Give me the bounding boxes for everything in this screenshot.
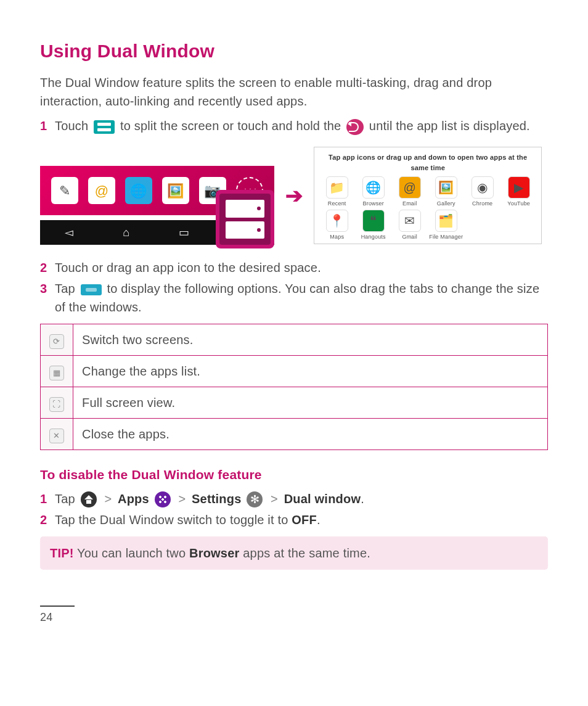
home-icon [81,491,97,507]
dual-window-button-icon [94,120,115,134]
option-icon-cell: ✕ [41,419,73,450]
app-icon: 📍 [326,210,348,232]
d1-apps: Apps [118,492,149,506]
section-title: Using Dual Window [40,37,548,65]
d2-pre: Tap the Dual Window switch to toggle it … [55,513,292,527]
page-footer: 24 [40,601,548,626]
step-3: 3 Tap to display the following options. … [40,279,548,316]
tab-handle-icon [81,284,102,295]
app-picker-item: 🌐Browser [356,176,391,208]
dual-window-highlight-icon [216,190,274,248]
option-icon: ▦ [49,366,64,380]
disable-step-2-number: 2 [40,511,47,529]
app-picker-item: ✉Gmail [392,210,427,242]
sep-3: > [271,492,278,506]
option-icon-cell: ▦ [41,356,73,387]
illustration-row: • ● • ✎ @ 🌐 🖼️ 📷 ◅ ⌂ ▭ ▤ ➔ Tap app icons… [40,146,548,245]
app-picker-item: ◉Chrome [465,176,500,208]
app-picker-item: 🖼️Gallery [428,176,463,208]
tip-box: TIP! You can launch two Browser apps at … [40,536,548,570]
option-desc: Close the apps. [73,419,548,450]
disable-step-1: 1 Tap > Apps > Settings > Dual window. [40,490,548,508]
option-icon: ✕ [49,429,64,443]
app-picker-item: ▶YouTube [501,176,536,208]
app-picker-item: 📍Maps [319,210,354,242]
step-3-number: 3 [40,279,47,298]
d1-settings: Settings [192,492,242,506]
d2-off: OFF [292,513,317,527]
disable-step-1-number: 1 [40,490,47,508]
step-1-pre: Touch [55,119,92,133]
step-2: 2 Touch or drag an app icon to the desir… [40,258,548,277]
sep-1: > [104,492,112,506]
step-3-post: to display the following options. You ca… [55,282,539,314]
step-3-pre: Tap [55,282,79,295]
app-icon: ◉ [472,176,494,199]
app-icon: @ [399,176,421,199]
app-picker-item: 📁Recent [319,176,354,208]
app-picker-item: ❝Hangouts [356,210,391,242]
app-label: Gmail [392,233,427,242]
intro-text: The Dual Window feature splits the scree… [40,73,548,110]
step-2-number: 2 [40,258,47,277]
app-icon: ✉ [399,210,421,232]
option-row: ⟳Switch two screens. [41,324,548,356]
sep-2: > [178,492,186,506]
home-screen-illustration: • ● • ✎ @ 🌐 🖼️ 📷 ◅ ⌂ ▭ ▤ [40,146,274,245]
tip-bold: Browser [189,546,239,560]
dock-email-icon: @ [88,177,115,204]
page-number: 24 [40,611,52,623]
app-label: File Manager [428,233,463,242]
settings-icon [247,491,263,507]
app-label: Browser [356,200,391,208]
step-2-text: Touch or drag an app icon to the desired… [55,261,321,274]
dock-browser-icon: 🌐 [125,177,152,204]
d1-tap: Tap [55,492,79,506]
arrow-right-icon: ➔ [285,180,303,211]
app-icon: 🖼️ [435,176,457,199]
step-1: 1 Touch to split the screen or touch and… [40,117,548,135]
app-picker-item: @Email [392,176,427,208]
app-picker-item: 🗂️File Manager [428,210,463,242]
nav-back-icon: ◅ [65,224,73,241]
app-label: Chrome [465,200,500,208]
disable-step-2: 2 Tap the Dual Window switch to toggle i… [40,511,548,529]
dock-memo-icon: ✎ [51,177,78,204]
option-row: ⛶Full screen view. [41,387,548,419]
option-icon: ⟳ [49,334,64,349]
option-row: ✕Close the apps. [41,419,548,450]
app-icon: ❝ [362,210,385,232]
app-icon: 🗂️ [435,210,457,232]
app-label: Email [392,200,427,208]
app-label: Gallery [428,200,463,208]
d1-dual: Dual window [284,492,361,506]
step-1-post: until the app list is displayed. [369,119,530,133]
app-icon: ▶ [508,176,530,199]
app-picker-panel: Tap app icons or drag up and down to ope… [314,147,542,244]
app-icon: 📁 [326,176,348,199]
step-1-mid: to split the screen or touch and hold th… [120,119,345,133]
apps-icon [155,491,171,507]
app-icon: 🌐 [362,176,385,199]
tip-label: TIP! [50,546,74,560]
option-icon: ⛶ [49,397,64,412]
option-row: ▦Change the apps list. [41,356,548,387]
dock-gallery-icon: 🖼️ [162,177,189,204]
options-table: ⟳Switch two screens.▦Change the apps lis… [40,324,548,450]
d1-period: . [361,492,364,506]
app-label: Maps [319,233,354,242]
back-recent-button-icon [346,119,364,135]
app-picker-title: Tap app icons or drag up and down to ope… [319,151,536,176]
option-desc: Switch two screens. [73,324,548,356]
option-icon-cell: ⛶ [41,387,73,419]
tip-pre: You can launch two [74,546,189,560]
app-label: Hangouts [356,233,391,242]
nav-recent-icon: ▭ [179,224,189,241]
option-desc: Change the apps list. [73,356,548,387]
step-1-number: 1 [40,117,47,135]
option-desc: Full screen view. [73,387,548,419]
tip-post: apps at the same time. [240,546,370,560]
disable-heading: To disable the Dual Window feature [40,465,548,485]
app-label: Recent [319,200,354,208]
nav-home-icon: ⌂ [123,224,129,241]
